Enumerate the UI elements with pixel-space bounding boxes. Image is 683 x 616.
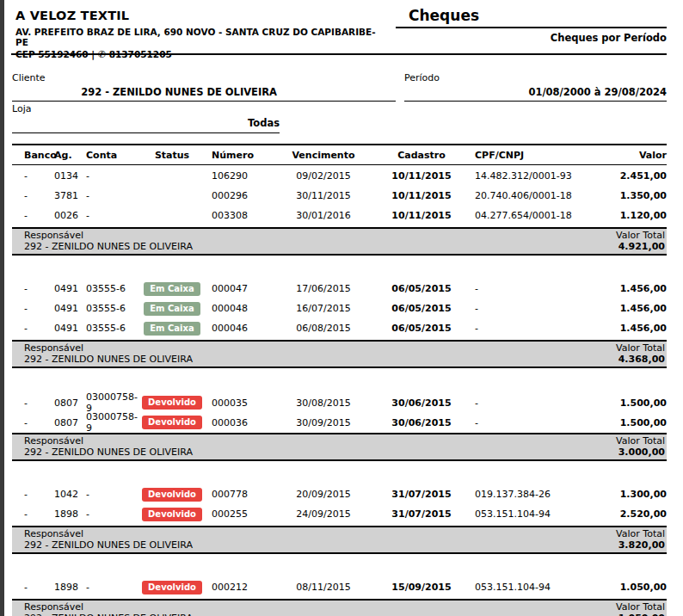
status-cell: Devolvido bbox=[139, 416, 205, 429]
cell-cpf_cnpj: 053.151.104-94 bbox=[459, 508, 583, 520]
cell-ag: 0491 bbox=[53, 283, 84, 294]
valor-total-label: Valor Total bbox=[616, 602, 665, 613]
cheque-group: -0134-10629009/02/201510/11/201514.482.3… bbox=[12, 165, 667, 256]
report-title: Cheques bbox=[396, 7, 667, 28]
cell-ag: 0807 bbox=[53, 417, 84, 428]
cell-ag: 1898 bbox=[53, 508, 84, 520]
column-header-ag: Ag. bbox=[53, 150, 84, 161]
responsavel-value: 292 - ZENILDO NUNES DE OLIVEIRA bbox=[24, 354, 193, 366]
status-badge: Devolvido bbox=[142, 396, 202, 410]
cliente-field: Cliente 292 - ZENILDO NUNES DE OLIVEIRA bbox=[12, 72, 396, 102]
cell-vencimento: 30/01/2016 bbox=[275, 210, 365, 221]
cell-cpf_cnpj: - bbox=[459, 303, 583, 314]
cell-valor: 1.500,00 bbox=[583, 397, 667, 409]
responsavel-label: Responsável bbox=[24, 436, 193, 447]
cell-vencimento: 16/07/2015 bbox=[275, 303, 365, 314]
cell-conta: 03555-6 bbox=[84, 303, 139, 314]
cliente-value: 292 - ZENILDO NUNES DE OLIVEIRA bbox=[12, 86, 277, 98]
cheque-group: -1042-Devolvido00077820/09/201531/07/201… bbox=[12, 484, 667, 554]
cell-cpf_cnpj: 019.137.384-26 bbox=[459, 489, 583, 500]
status-cell: Devolvido bbox=[139, 508, 205, 521]
cell-numero: 000296 bbox=[205, 190, 275, 201]
report-subtitle: Cheques por Período bbox=[396, 32, 667, 44]
cell-valor: 1.456,00 bbox=[583, 303, 667, 314]
cell-banco: - bbox=[12, 582, 53, 593]
status-badge: Devolvido bbox=[142, 581, 202, 594]
status-cell: Em Caixa bbox=[139, 302, 205, 316]
footer-right: Valor Total4.368,00 bbox=[616, 343, 665, 365]
table-row: -049103555-6Em Caixa00004816/07/201506/0… bbox=[12, 299, 667, 318]
table-row: -0134-10629009/02/201510/11/201514.482.3… bbox=[12, 166, 667, 186]
cell-banco: - bbox=[12, 190, 53, 201]
valor-total-label: Valor Total bbox=[616, 231, 665, 242]
cell-vencimento: 30/11/2015 bbox=[275, 190, 365, 201]
cell-valor: 1.500,00 bbox=[583, 417, 667, 428]
table-row: -080703000758-9Devolvido00003630/09/2015… bbox=[12, 411, 667, 431]
footer-left: Responsável292 - ZENILDO NUNES DE OLIVEI… bbox=[24, 436, 193, 458]
cell-cadastro: 30/06/2015 bbox=[365, 417, 459, 428]
cell-cadastro: 30/06/2015 bbox=[365, 397, 459, 409]
valor-total-value: 4.921,00 bbox=[616, 242, 665, 253]
cell-valor: 2.520,00 bbox=[583, 508, 667, 520]
cell-cadastro: 31/07/2015 bbox=[365, 508, 459, 520]
cell-conta: - bbox=[84, 508, 139, 520]
cheque-group: -080703000758-9Devolvido00003530/08/2015… bbox=[12, 391, 667, 461]
periodo-value: 01/08/2000 à 29/08/2024 bbox=[404, 86, 667, 98]
cell-cpf_cnpj: 053.151.104-94 bbox=[459, 582, 583, 593]
footer-left: Responsável292 - ZENILDO NUNES DE OLIVEI… bbox=[24, 602, 193, 616]
table-row: -3781-00029630/11/201510/11/201520.740.4… bbox=[12, 186, 667, 206]
cell-cpf_cnpj: 04.277.654/0001-18 bbox=[459, 210, 583, 221]
cell-ag: 3781 bbox=[53, 190, 84, 201]
footer-left: Responsável292 - ZENILDO NUNES DE OLIVEI… bbox=[24, 343, 193, 365]
cell-numero: 000212 bbox=[205, 582, 275, 593]
responsavel-value: 292 - ZENILDO NUNES DE OLIVEIRA bbox=[24, 613, 193, 616]
status-badge: Em Caixa bbox=[144, 322, 200, 336]
cell-conta: - bbox=[84, 170, 139, 182]
responsavel-value: 292 - ZENILDO NUNES DE OLIVEIRA bbox=[24, 242, 193, 253]
responsavel-value: 292 - ZENILDO NUNES DE OLIVEIRA bbox=[24, 447, 193, 459]
table-row: -049103555-6Em Caixa00004606/08/201506/0… bbox=[12, 318, 667, 338]
status-cell: Devolvido bbox=[139, 581, 205, 594]
cell-vencimento: 09/02/2015 bbox=[275, 170, 365, 182]
cell-banco: - bbox=[12, 303, 53, 314]
cell-cpf_cnpj: - bbox=[459, 283, 583, 294]
company-address: AV. PREFEITO BRAZ DE LIRA, 690 NOVO - SA… bbox=[15, 27, 385, 47]
column-header-numero: Número bbox=[205, 150, 275, 161]
cell-vencimento: 30/09/2015 bbox=[275, 417, 365, 428]
status-badge: Devolvido bbox=[142, 488, 202, 502]
cheques-table: Banco Ag. Conta Status Número Vencimento… bbox=[12, 144, 667, 616]
status-badge: Em Caixa bbox=[144, 302, 200, 316]
column-header-status: Status bbox=[139, 150, 205, 161]
footer-left: Responsável292 - ZENILDO NUNES DE OLIVEI… bbox=[24, 529, 193, 551]
table-row: -049103555-6Em Caixa00004717/06/201506/0… bbox=[12, 279, 667, 299]
cell-ag: 0807 bbox=[53, 397, 84, 409]
status-cell: Em Caixa bbox=[139, 282, 205, 296]
footer-left: Responsável292 - ZENILDO NUNES DE OLIVEI… bbox=[24, 231, 193, 252]
cheque-group: -1898-Devolvido00021208/11/201515/09/201… bbox=[12, 576, 667, 616]
responsavel-value: 292 - ZENILDO NUNES DE OLIVEIRA bbox=[24, 540, 193, 551]
group-footer: Responsável292 - ZENILDO NUNES DE OLIVEI… bbox=[12, 227, 667, 256]
cell-numero: 003308 bbox=[205, 210, 275, 221]
loja-label: Loja bbox=[12, 103, 280, 114]
footer-right: Valor Total1.050,00 bbox=[616, 602, 665, 616]
cell-cpf_cnpj: - bbox=[459, 323, 583, 334]
cell-cpf_cnpj: - bbox=[459, 397, 583, 409]
responsavel-label: Responsável bbox=[24, 602, 193, 613]
cell-banco: - bbox=[12, 323, 53, 334]
cell-ag: 0491 bbox=[53, 303, 84, 314]
cell-banco: - bbox=[12, 283, 53, 294]
cell-cadastro: 10/11/2015 bbox=[365, 210, 459, 221]
status-badge: Devolvido bbox=[142, 508, 202, 521]
valor-total-label: Valor Total bbox=[616, 529, 665, 540]
column-header-cadastro: Cadastro bbox=[365, 150, 459, 161]
status-cell: Devolvido bbox=[139, 396, 205, 410]
cell-cadastro: 10/11/2015 bbox=[365, 190, 459, 201]
responsavel-label: Responsável bbox=[24, 343, 193, 354]
cell-valor: 1.456,00 bbox=[583, 323, 667, 334]
group-rows: -049103555-6Em Caixa00004717/06/201506/0… bbox=[12, 278, 667, 340]
cliente-label: Cliente bbox=[12, 72, 396, 83]
table-row: -1898-Devolvido00021208/11/201515/09/201… bbox=[12, 577, 667, 597]
cell-ag: 0134 bbox=[53, 170, 84, 182]
company-name: A VELOZ TEXTIL bbox=[15, 9, 385, 22]
group-footer: Responsável292 - ZENILDO NUNES DE OLIVEI… bbox=[12, 599, 667, 616]
